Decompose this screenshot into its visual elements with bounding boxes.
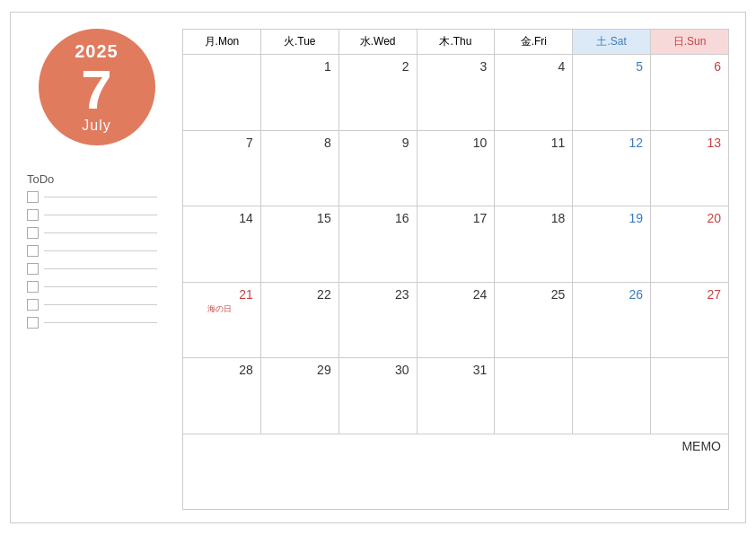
col-thu: 木.Thu: [417, 30, 495, 55]
todo-checkbox-1[interactable]: [27, 191, 39, 203]
week-3: 14 15 16 17 18 19 20: [183, 206, 729, 283]
day-22: 22: [260, 282, 338, 358]
day-11: 11: [495, 130, 573, 206]
day-30: 30: [338, 358, 417, 434]
todo-item-7: [27, 299, 157, 311]
col-sat: 土.Sat: [573, 30, 651, 55]
day-12: 12: [573, 130, 651, 206]
todo-item-1: [27, 191, 157, 203]
todo-checkbox-2[interactable]: [27, 209, 39, 221]
day-empty-5-sat: [573, 358, 651, 434]
left-panel: 2025 7 July ToDo: [27, 29, 166, 510]
memo-label: MEMO: [681, 439, 721, 453]
day-9: 9: [338, 130, 417, 206]
week-5: 28 29 30 31: [183, 358, 729, 434]
week-4: 21 海の日 22 23 24 25 26 27: [183, 282, 729, 358]
day-empty-5-sun: [651, 358, 729, 434]
col-sun: 日.Sun: [651, 30, 729, 55]
month-num: 7: [81, 62, 111, 118]
day-8: 8: [260, 130, 338, 206]
day-empty-1: [183, 55, 261, 131]
todo-item-2: [27, 209, 157, 221]
todo-line-7: [44, 304, 157, 305]
day-27: 27: [651, 282, 729, 358]
day-17: 17: [417, 206, 495, 283]
col-fri: 金.Fri: [495, 30, 573, 55]
memo-row: MEMO: [183, 434, 729, 510]
calendar-table: 月.Mon 火.Tue 水.Wed 木.Thu 金.Fri 土.Sat 日.Su…: [182, 29, 729, 510]
todo-line-5: [44, 268, 157, 269]
day-3: 3: [417, 55, 495, 131]
todo-line-1: [44, 197, 157, 197]
day-4: 4: [495, 55, 573, 131]
day-14: 14: [183, 206, 261, 283]
todo-checkbox-3[interactable]: [27, 227, 39, 239]
col-wed: 水.Wed: [338, 30, 417, 55]
holiday-label-uminohi: 海の日: [187, 303, 253, 315]
todo-section: ToDo: [27, 172, 157, 335]
todo-line-3: [44, 232, 157, 233]
todo-item-6: [27, 281, 157, 293]
day-16: 16: [338, 206, 417, 283]
calendar-panel: 月.Mon 火.Tue 水.Wed 木.Thu 金.Fri 土.Sat 日.Su…: [182, 29, 729, 510]
todo-line-6: [44, 286, 157, 287]
todo-item-5: [27, 263, 157, 275]
todo-checkbox-8[interactable]: [27, 317, 39, 329]
day-1: 1: [260, 55, 338, 131]
col-mon: 月.Mon: [183, 30, 261, 55]
week-2: 7 8 9 10 11 12 13: [183, 130, 729, 206]
todo-line-4: [44, 250, 157, 251]
day-6: 6: [651, 55, 729, 131]
todo-item-4: [27, 245, 157, 257]
day-25: 25: [495, 282, 573, 358]
day-5: 5: [573, 55, 651, 131]
day-20: 20: [651, 206, 729, 283]
day-31: 31: [417, 358, 495, 434]
week-1: 1 2 3 4 5 6: [183, 55, 729, 131]
day-empty-5-fri: [495, 358, 573, 434]
month-name: July: [82, 118, 110, 134]
todo-item-3: [27, 227, 157, 239]
day-18: 18: [495, 206, 573, 283]
todo-checkbox-6[interactable]: [27, 281, 39, 293]
todo-line-8: [44, 322, 157, 323]
todo-item-8: [27, 317, 157, 329]
day-7: 7: [183, 130, 261, 206]
todo-checkbox-4[interactable]: [27, 245, 39, 257]
day-24: 24: [417, 282, 495, 358]
todo-checkbox-5[interactable]: [27, 263, 39, 275]
day-13: 13: [651, 130, 729, 206]
page: 2025 7 July ToDo: [10, 12, 746, 523]
month-circle: 2025 7 July: [39, 29, 155, 145]
day-28: 28: [183, 358, 261, 434]
day-10: 10: [417, 130, 495, 206]
calendar-header-row: 月.Mon 火.Tue 水.Wed 木.Thu 金.Fri 土.Sat 日.Su…: [183, 30, 729, 55]
day-2: 2: [338, 55, 417, 131]
todo-checkbox-7[interactable]: [27, 299, 39, 311]
day-23: 23: [338, 282, 417, 358]
day-19: 19: [573, 206, 651, 283]
todo-title: ToDo: [27, 172, 157, 186]
todo-line-2: [44, 215, 157, 215]
day-26: 26: [573, 282, 651, 358]
day-21: 21 海の日: [183, 282, 261, 358]
day-15: 15: [260, 206, 338, 283]
day-29: 29: [260, 358, 338, 434]
col-tue: 火.Tue: [260, 30, 338, 55]
memo-cell[interactable]: MEMO: [183, 434, 729, 510]
